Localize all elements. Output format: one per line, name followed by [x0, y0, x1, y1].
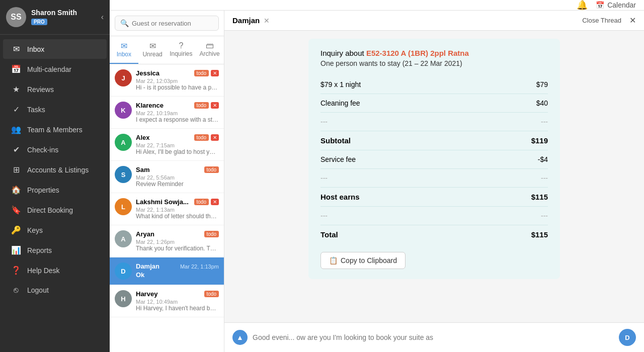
sidebar-item-direct-booking[interactable]: 🔖Direct Booking — [3, 200, 107, 220]
price-row: $79 x 1 night$79 — [320, 75, 548, 94]
send-avatar: D — [619, 329, 636, 346]
inbox-tab-label: Inbox — [117, 51, 131, 58]
unread-tab-icon: ✉ — [140, 41, 165, 51]
calendar-icon: 📅 — [596, 1, 604, 9]
check-ins-icon: ✔ — [11, 145, 21, 154]
sidebar-item-properties[interactable]: 🏠Properties — [3, 180, 107, 200]
thread-title-area: Damjan ✕ — [232, 16, 270, 25]
copy-label: Copy to Clipboard — [341, 256, 397, 265]
sidebar-label-inbox: Inbox — [27, 45, 44, 53]
price-value: $115 — [531, 193, 548, 201]
top-bar: Inbox 🔔 📅 Calendar — [110, 0, 644, 11]
pro-badge: PRO — [31, 19, 47, 25]
archive-tab-label: Archive — [200, 50, 220, 57]
sidebar-header: SS Sharon Smith PRO ‹ — [0, 0, 110, 35]
price-value: --- — [541, 174, 548, 182]
sidebar-label-team-members: Team & Members — [27, 126, 83, 134]
tab-archive[interactable]: 🗃Archive — [195, 36, 224, 64]
reports-icon: 📊 — [11, 245, 21, 255]
copy-to-clipboard-button[interactable]: 📋 Copy to Clipboard — [320, 252, 406, 269]
thread-input-area: ▲ D — [224, 322, 644, 352]
sidebar-label-tasks: Tasks — [27, 106, 45, 114]
sidebar-label-multi-calendar: Multi-calendar — [27, 65, 71, 73]
sidebar-item-reports[interactable]: 📊Reports — [3, 240, 107, 260]
sidebar-item-logout[interactable]: ⎋Logout — [3, 281, 107, 300]
sidebar-label-keys: Keys — [27, 226, 43, 234]
notification-icon[interactable]: 🔔 — [577, 0, 588, 11]
calendar-button[interactable]: 📅 Calendar — [596, 1, 636, 9]
thread-body: Inquiry about E52-3120 A (1BR) 2ppl Ratn… — [224, 31, 644, 322]
top-bar-actions: 🔔 📅 Calendar — [577, 0, 636, 11]
team-members-icon: 👥 — [11, 125, 21, 134]
price-label: --- — [320, 174, 328, 182]
sidebar: SS Sharon Smith PRO ‹ ✉Inbox📅Multi-calen… — [0, 0, 110, 352]
price-label: Subtotal — [320, 136, 351, 145]
center-area: Inbox 🔔 📅 Calendar 🔍 — [110, 0, 644, 352]
inquiry-prefix: Inquiry about — [320, 49, 366, 57]
close-icon[interactable]: ✕ — [629, 16, 636, 25]
sidebar-item-accounts-listings[interactable]: ⊞Accounts & Listings — [3, 160, 107, 180]
thread-input[interactable] — [253, 333, 614, 341]
multi-calendar-icon: 📅 — [11, 64, 21, 74]
thread-panel: Damjan ✕ Close Thread ✕ Inquiry about E5… — [224, 11, 644, 352]
scroll-up-button[interactable]: ▲ — [232, 330, 248, 345]
collapse-button[interactable]: ‹ — [101, 13, 104, 22]
direct-booking-icon: 🔖 — [11, 205, 21, 215]
price-label: $79 x 1 night — [320, 80, 361, 89]
inquiry-dates: One person wants to stay (21 – 22 Mar 20… — [320, 59, 548, 67]
price-label: Service fee — [320, 155, 356, 163]
price-row: Host earns$115 — [320, 188, 548, 207]
tab-inquiries[interactable]: ?Inquiries — [167, 36, 196, 64]
tab-inbox[interactable]: ✉Inbox — [110, 36, 138, 64]
logout-icon: ⎋ — [11, 286, 21, 295]
price-value: $40 — [536, 99, 548, 107]
unread-tab-label: Unread — [142, 51, 162, 58]
inbox-icon: ✉ — [11, 44, 21, 54]
price-row: ------ — [320, 207, 548, 225]
price-row: Cleaning fee$40 — [320, 94, 548, 113]
inbox-tab-icon: ✉ — [112, 41, 136, 51]
username: Sharon Smith — [31, 9, 96, 17]
sidebar-item-reviews[interactable]: ★Reviews — [3, 79, 107, 99]
user-info: Sharon Smith PRO — [31, 9, 96, 26]
price-value: --- — [541, 212, 548, 220]
close-thread-button[interactable]: Close Thread — [582, 17, 621, 24]
price-label: Host earns — [320, 193, 360, 201]
sidebar-item-help-desk[interactable]: ❓Help Desk — [3, 260, 107, 280]
thread-header-right: Close Thread ✕ — [582, 16, 636, 25]
sidebar-label-check-ins: Check-ins — [27, 146, 58, 154]
price-label: --- — [320, 212, 328, 220]
reviews-icon: ★ — [11, 84, 21, 94]
price-label: --- — [320, 118, 328, 126]
price-label: Cleaning fee — [320, 99, 360, 107]
price-label: Total — [320, 230, 338, 239]
inbox-tabs: ✉Inbox✉Unread?Inquiries🗃Archive — [110, 36, 224, 64]
inquiry-listing: E52-3120 A (1BR) 2ppl Ratna — [366, 49, 469, 57]
price-row: Subtotal$119 — [320, 131, 548, 150]
price-value: -$4 — [538, 155, 548, 163]
inquiries-tab-icon: ? — [169, 41, 194, 50]
price-value: $119 — [531, 136, 548, 145]
price-row: Total$115 — [320, 225, 548, 244]
sidebar-label-direct-booking: Direct Booking — [27, 206, 73, 214]
thread-name: Damjan — [232, 16, 260, 25]
pricing-card: Inquiry about E52-3120 A (1BR) 2ppl Ratn… — [308, 39, 560, 279]
thread-header: Damjan ✕ Close Thread ✕ — [224, 11, 644, 31]
sidebar-item-inbox[interactable]: ✉Inbox — [3, 39, 107, 59]
price-row: ------ — [320, 169, 548, 188]
inquiries-tab-label: Inquiries — [170, 50, 192, 57]
sidebar-label-reports: Reports — [27, 246, 52, 254]
help-desk-icon: ❓ — [11, 266, 21, 275]
sidebar-item-check-ins[interactable]: ✔Check-ins — [3, 140, 107, 159]
thread-tab-close[interactable]: ✕ — [264, 17, 270, 25]
price-value: --- — [541, 118, 548, 126]
keys-icon: 🔑 — [11, 225, 21, 235]
pricing-rows: $79 x 1 night$79Cleaning fee$40------Sub… — [320, 75, 548, 244]
sidebar-item-keys[interactable]: 🔑Keys — [3, 220, 107, 240]
sidebar-item-multi-calendar[interactable]: 📅Multi-calendar — [3, 59, 107, 79]
sidebar-item-team-members[interactable]: 👥Team & Members — [3, 120, 107, 139]
tab-unread[interactable]: ✉Unread — [138, 36, 167, 64]
clipboard-icon: 📋 — [329, 256, 338, 265]
sidebar-item-tasks[interactable]: ✓Tasks — [3, 100, 107, 119]
sidebar-label-reviews: Reviews — [27, 85, 54, 94]
